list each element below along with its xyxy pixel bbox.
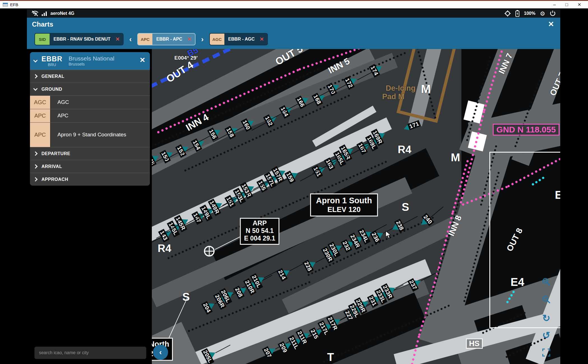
map-label-t: T [327,351,334,363]
arp-lon: E 004 29.1 [244,235,275,242]
sidebar-chart-apron-9-stand-coordinates[interactable]: APCApron 9 + Stand Coordinates [30,122,150,147]
tab-type-badge: SID [35,34,50,45]
sidebar-chart-agc[interactable]: AGCAGC [30,95,150,109]
rotate-cw-button[interactable]: ↻ [542,313,550,323]
gear-icon[interactable]: ⚙ [540,11,545,17]
map-label-r4: R4 [398,144,412,156]
rotate-ccw-button[interactable]: ↺ [542,330,550,340]
search-input[interactable] [34,347,146,359]
apron-name: Apron 1 South [316,196,372,205]
tab-type-badge: APC [138,34,152,45]
zoom-out-button[interactable] [541,295,551,306]
app-icon [3,3,8,6]
tab-label: EBBR - APC [152,34,186,45]
map-label-r4: R4 [158,242,171,255]
chart-type-badge: APC [30,123,51,147]
airport-sidebar: EBBR BRU Brussels National Brussels ✕ GE… [30,52,150,186]
arp-lat: N 50 54.1 [244,227,275,235]
chart-tabs: SIDEBBR - RNAV SIDs DENUT✕‹APCEBBR - APC… [34,33,268,45]
chevron-right-icon [33,164,38,169]
chevron-down-icon [33,87,38,91]
chart-canvas[interactable]: GND N 118.055 ARP N 50 54.1 E 004 29.1 A… [152,49,560,364]
zoom-in-button[interactable] [541,277,551,288]
chart-type-badge: AGC [30,96,51,109]
chart-tab-ebbr-agc[interactable]: AGCEBBR - AGC✕ [209,33,268,45]
panel-title: Charts [32,20,53,28]
chart-item-label: APC [51,112,71,120]
battery-icon [515,10,519,17]
sidebar-chart-apc[interactable]: APCAPC [30,109,150,122]
airport-icao: EBBR [41,55,62,63]
chevron-down-icon[interactable] [33,58,38,63]
close-window-button[interactable]: ✕ [578,3,581,7]
chart-tab-ebbr-rnav-sids-denut[interactable]: SIDEBBR - RNAV SIDs DENUT✕ [34,33,124,45]
sidebar-section-departure[interactable]: DEPARTURE [30,147,150,160]
airport-iata: BRU [41,63,62,67]
map-label-e4: E4 [511,276,524,288]
apron-elev: ELEV 120 [316,205,372,214]
efb-window: EFB – □ ✕ aeroNet 4G [0,0,588,364]
chevron-right-icon [33,177,38,182]
section-label: DEPARTURE [41,151,70,156]
collapse-sidebar-button[interactable]: ‹ [153,345,168,360]
arp-box: ARP N 50 54.1 E 004 29.1 [240,218,279,245]
statusbar: aeroNet 4G 100% ⚙ [27,9,560,18]
tab-close-icon[interactable]: ✕ [259,34,267,45]
stand-214: 214 [276,265,292,282]
gnd-frequency-box: GND N 118.055 [493,124,559,136]
tab-label: EBBR - AGC [224,34,259,45]
map-label-m: M [421,82,431,96]
map-label-e004-29-: E004° 29' [175,55,198,61]
tab-label: EBBR - RNAV SIDs DENUT [50,34,114,45]
map-label-de-icing: De-Icing [386,84,416,93]
close-charts-icon[interactable]: ✕ [548,20,554,29]
signal-bars-icon [41,11,48,16]
chart-type-badge: APC [30,109,51,122]
close-airport-icon[interactable]: ✕ [140,56,145,64]
power-icon[interactable] [550,10,556,17]
efb-app: aeroNet 4G 100% ⚙ [27,8,560,364]
sidebar-section-ground[interactable]: GROUND [30,83,150,95]
network-name: aeroNet 4G [50,11,74,16]
airport-header[interactable]: EBBR BRU Brussels National Brussels ✕ [30,52,150,70]
battery-percent: 100% [524,11,535,16]
section-label: GENERAL [41,74,64,79]
window-title: EFB [10,2,18,7]
stand-204: 204 [201,298,217,315]
maximize-button[interactable]: □ [565,3,568,7]
chevron-right-icon [33,151,38,156]
sidebar-section-general[interactable]: GENERAL [30,70,150,83]
map-label-s: S [402,201,409,213]
section-label: ARRIVAL [41,164,62,169]
map-label-e: E [555,189,560,201]
map-label-m: M [451,151,460,164]
map-label-out-4: OUT 4 [164,59,196,85]
arp-symbol [203,245,215,257]
section-label: GROUND [41,87,62,92]
wifi-off-icon [31,10,39,17]
chevron-left-icon: ‹ [159,348,162,357]
airport-city: Brussels [69,62,114,67]
chart-item-label: Apron 9 + Stand Coordinates [51,131,129,139]
fullscreen-button[interactable] [542,349,550,356]
hotspot-box: HS [466,339,483,349]
tab-close-icon[interactable]: ✕ [114,34,123,45]
airport-name: Brussels National [69,55,114,62]
tabs-prev-icon[interactable]: ‹ [127,35,133,44]
apron-elevation-box: Apron 1 South ELEV 120 [310,193,378,216]
tab-type-badge: AGC [210,34,224,45]
os-titlebar: EFB – □ ✕ [0,1,588,8]
sidebar-section-arrival[interactable]: ARRIVAL [30,160,150,173]
minimize-button[interactable]: – [553,3,556,7]
arp-title: ARP [244,219,275,227]
section-label: APPROACH [41,177,68,182]
sidebar-section-approach[interactable]: APPROACH [30,173,150,186]
map-label-pad-m: Pad M [382,92,405,101]
tabs-next-icon[interactable]: › [199,35,205,44]
chart-item-label: AGC [51,99,72,106]
chart-tab-ebbr-apc[interactable]: APCEBBR - APC✕ [137,33,196,45]
gps-icon[interactable] [504,10,511,17]
mouse-cursor [385,230,392,239]
charts-panel-header: Charts ✕ SIDEBBR - RNAV SIDs DENUT✕‹APCE… [27,18,560,49]
tab-close-icon[interactable]: ✕ [186,34,195,45]
